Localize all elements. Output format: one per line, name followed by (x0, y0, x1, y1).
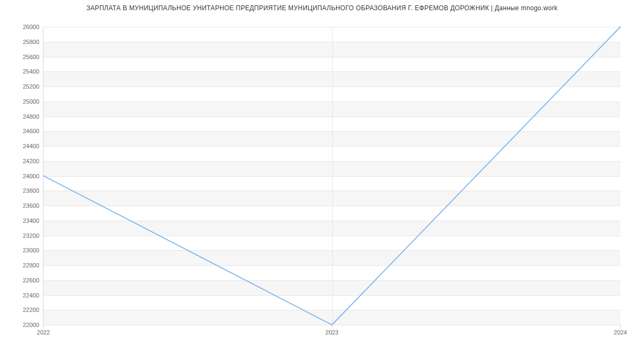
y-tick-label: 23000 (23, 247, 43, 253)
y-tick-label: 24000 (23, 173, 43, 179)
y-tick-label: 22200 (23, 307, 43, 313)
y-tick-label: 23400 (23, 217, 43, 224)
y-tick-label: 25800 (23, 39, 43, 45)
salary-line-chart: ЗАРПЛАТА В МУНИЦИПАЛЬНОЕ УНИТАРНОЕ ПРЕДП… (0, 0, 644, 349)
y-tick-label: 25400 (23, 68, 43, 75)
y-tick-label: 24600 (23, 128, 43, 134)
y-tick-label: 22400 (23, 292, 43, 299)
data-line (43, 27, 620, 325)
x-tick-label: 2022 (37, 325, 50, 336)
y-tick-label: 25200 (23, 83, 43, 90)
y-tick-label: 24200 (23, 158, 43, 164)
y-tick-label: 22600 (23, 277, 43, 283)
y-tick-label: 25000 (23, 98, 43, 105)
x-tick-label: 2023 (325, 325, 338, 336)
y-tick-label: 25600 (23, 54, 43, 60)
y-tick-label: 26000 (23, 24, 43, 30)
chart-title: ЗАРПЛАТА В МУНИЦИПАЛЬНОЕ УНИТАРНОЕ ПРЕДП… (0, 4, 644, 12)
plot-area: 2200022200224002260022800230002320023400… (43, 27, 620, 325)
y-tick-label: 22800 (23, 262, 43, 268)
y-tick-label: 24800 (23, 113, 43, 120)
x-tick-label: 2024 (614, 325, 627, 336)
y-tick-label: 23200 (23, 232, 43, 239)
y-tick-label: 23600 (23, 202, 43, 209)
y-tick-label: 23800 (23, 187, 43, 194)
y-tick-label: 24400 (23, 143, 43, 149)
